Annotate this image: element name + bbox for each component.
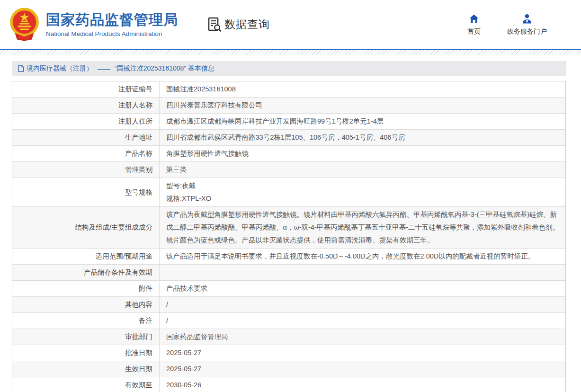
table-row: 批准日期2025-05-27	[12, 345, 565, 361]
row-label: 附件	[12, 281, 159, 296]
table-row: 附件产品技术要求	[12, 281, 565, 297]
table-row: 注册人住所成都市温江区成都海峡两岸科技产业开发园海旺路99号1号楼2单元1-4层	[12, 114, 565, 130]
table-row: 产品名称角膜塑形用硬性透气接触镜	[12, 146, 565, 162]
table-row: 注册证编号国械注准20253161008	[12, 81, 565, 98]
home-icon	[468, 13, 480, 25]
table-row: 其他内容/	[12, 297, 565, 313]
row-value: 角膜塑形用硬性透气接触镜	[159, 146, 565, 161]
row-label: 适用范围/预期用途	[12, 249, 159, 264]
registration-info-table: 注册证编号国械注准20253161008 注册人名称四川兴泰普乐医疗科技有限公司…	[12, 81, 566, 392]
breadcrumb: 境内医疗器械（注册） —— “国械注准20253161008” 基本信息	[12, 61, 566, 76]
main-content: 境内医疗器械（注册） —— “国械注准20253161008” 基本信息 注册证…	[12, 61, 566, 392]
top-navigation: 首页 政务服务门户	[454, 13, 560, 36]
row-value: 国家药品监督管理局	[159, 329, 565, 345]
row-label: 注册人名称	[12, 98, 159, 113]
row-value	[159, 265, 565, 280]
row-label: 审批部门	[12, 329, 159, 345]
nmpa-logo[interactable]: 国家药品监督管理局 National Medical Products Admi…	[9, 6, 178, 43]
row-value: 四川兴泰普乐医疗科技有限公司	[159, 98, 565, 113]
table-row: 结构及组成/主要组成成分该产品为夜戴型角膜塑形用硬性透气接触镜。镜片材料由甲基丙…	[12, 207, 565, 249]
row-value: 2025-05-27	[159, 345, 565, 361]
row-value: 该产品为夜戴型角膜塑形用硬性透气接触镜。镜片材料由甲基丙烯酸六氟异丙酯、甲基丙烯…	[159, 207, 565, 248]
row-label: 产品储存条件及有效期	[12, 265, 159, 280]
table-row: 生效日期2025-05-27	[12, 361, 565, 377]
page-title: 数据查询	[224, 17, 270, 32]
row-value: 型号:夜戴 规格:XTPL-XO	[159, 178, 565, 206]
row-label: 生效日期	[12, 361, 159, 377]
table-row: 有效期至2030-05-26	[12, 377, 565, 392]
table-row: 审批部门国家药品监督管理局	[12, 329, 565, 345]
document-icon	[18, 65, 24, 72]
row-value: /	[159, 297, 565, 312]
table-row: 管理类别第三类	[12, 162, 565, 178]
table-row: 生产地址四川省成都市武侯区武青南路33号2栋1层105、106号房，405-1号…	[12, 130, 565, 146]
table-row: 注册人名称四川兴泰普乐医疗科技有限公司	[12, 98, 565, 114]
row-label: 备注	[12, 313, 159, 329]
table-row: 产品储存条件及有效期	[12, 265, 565, 281]
table-row: 适用范围/预期用途该产品适用于满足本说明书要求，并且近视度数在-0.50D～-4…	[12, 249, 565, 265]
row-label: 注册人住所	[12, 114, 159, 129]
row-value: 四川省成都市武侯区武青南路33号2栋1层105、106号房，405-1号房、40…	[159, 130, 565, 145]
row-label: 有效期至	[12, 377, 159, 392]
row-value: 成都市温江区成都海峡两岸科技产业开发园海旺路99号1号楼2单元1-4层	[159, 114, 565, 129]
row-label: 型号规格	[12, 178, 159, 206]
table-row: 型号规格型号:夜戴 规格:XTPL-XO	[12, 178, 565, 207]
row-value: 国械注准20253161008	[159, 81, 565, 97]
breadcrumb-root-link[interactable]: 境内医疗器械（注册）	[27, 64, 93, 73]
row-value: 产品技术要求	[159, 281, 565, 296]
national-emblem-icon	[9, 6, 40, 43]
row-label: 产品名称	[12, 146, 159, 161]
table-row: 备注/	[12, 313, 565, 329]
nav-home[interactable]: 首页	[454, 13, 494, 36]
breadcrumb-current: “国械注准20253161008” 基本信息	[115, 64, 215, 73]
row-value: 第三类	[159, 162, 565, 178]
agency-title: 国家药品监督管理局	[46, 12, 178, 28]
row-label: 结构及组成/主要组成成分	[12, 207, 159, 248]
nav-gov-portal[interactable]: 政务服务门户	[494, 13, 560, 36]
breadcrumb-separator: ——	[98, 65, 110, 72]
document-search-icon	[207, 17, 222, 32]
nav-home-label: 首页	[467, 27, 481, 36]
data-query-home[interactable]: 数据查询	[207, 17, 270, 32]
row-value: /	[159, 313, 565, 329]
row-label: 其他内容	[12, 297, 159, 312]
nav-gov-portal-label: 政务服务门户	[507, 27, 547, 36]
row-value: 2030-05-26	[159, 377, 565, 392]
row-label: 管理类别	[12, 162, 159, 178]
row-label: 生产地址	[12, 130, 159, 145]
hatched-divider	[0, 50, 581, 55]
row-label: 注册证编号	[12, 81, 159, 97]
user-icon	[521, 13, 533, 25]
row-value: 该产品适用于满足本说明书要求，并且近视度数在-0.50D～-4.00D之内，散光…	[159, 249, 565, 264]
agency-subtitle: National Medical Products Administration	[46, 30, 178, 37]
row-label: 批准日期	[12, 345, 159, 361]
page-header: 国家药品监督管理局 National Medical Products Admi…	[0, 0, 581, 49]
row-value: 2025-05-27	[159, 361, 565, 377]
